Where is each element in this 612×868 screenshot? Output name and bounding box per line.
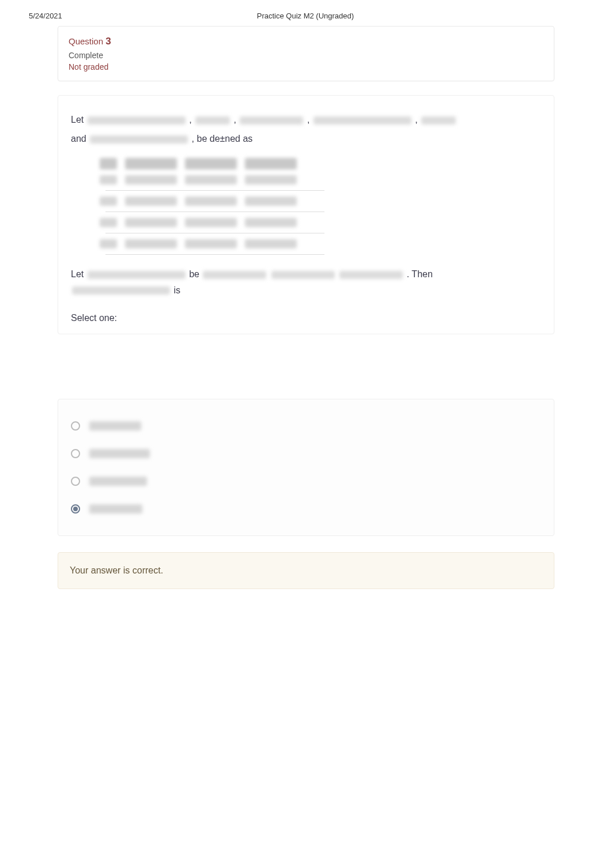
obscured-content: [313, 116, 411, 124]
comma-1: ,: [189, 115, 191, 124]
question-label-line: Question 3: [69, 36, 543, 47]
obscured-cell: [100, 218, 117, 227]
then-label: . Then: [407, 269, 433, 279]
obscured-content: [90, 135, 188, 144]
obscured-content: [88, 271, 186, 279]
question-header-card: Question 3 Complete Not graded: [58, 26, 554, 81]
obscured-content: [339, 271, 403, 279]
and-label: and: [71, 134, 86, 144]
let-label-2: Let: [71, 269, 84, 279]
option-row-b[interactable]: [71, 440, 541, 467]
obscured-cell: [125, 218, 177, 227]
obscured-table: [100, 158, 541, 255]
question-text-line-1: Let , , , ,: [71, 112, 541, 127]
question-text-line-2: and , be de±ned as: [71, 131, 541, 146]
question-status: Complete: [69, 51, 543, 60]
obscured-cell: [185, 239, 237, 248]
comma-4: ,: [415, 115, 417, 124]
obscured-cell: [125, 158, 177, 169]
question-grade: Not graded: [69, 62, 543, 71]
page-header: 5/24/2021 Practice Quiz M2 (Ungraded): [0, 0, 612, 26]
obscured-cell: [100, 175, 117, 184]
question-body-card: Let , , , , and , be de±ned as: [58, 95, 554, 334]
option-row-d[interactable]: [71, 495, 541, 523]
obscured-cell: [100, 239, 117, 248]
question-number: 3: [105, 36, 111, 47]
obscured-cell: [125, 175, 177, 184]
obscured-cell: [185, 218, 237, 227]
print-date: 5/24/2021: [29, 12, 62, 20]
radio-b[interactable]: [71, 449, 80, 458]
obscured-cell: [245, 239, 297, 248]
obscured-content: [271, 271, 335, 279]
radio-a[interactable]: [71, 421, 80, 431]
radio-c[interactable]: [71, 477, 80, 486]
is-label: is: [173, 285, 180, 295]
obscured-content: [421, 116, 456, 124]
comma-3: ,: [307, 115, 309, 124]
obscured-cell: [185, 158, 237, 169]
radio-d-selected[interactable]: [71, 504, 80, 514]
obscured-cell: [125, 197, 177, 206]
obscured-option-text: [89, 504, 142, 514]
obscured-content: [240, 116, 303, 124]
select-one-label: Select one:: [71, 313, 541, 323]
table-divider: [105, 190, 324, 191]
obscured-option-text: [89, 477, 147, 486]
table-divider: [105, 212, 324, 212]
option-row-c[interactable]: [71, 467, 541, 495]
obscured-content: [88, 116, 186, 124]
be-label: be: [189, 269, 199, 279]
table-divider: [105, 233, 324, 233]
obscured-cell: [185, 175, 237, 184]
obscured-cell: [245, 175, 297, 184]
defined-as-label: , be de±ned as: [192, 134, 253, 144]
option-row-a[interactable]: [71, 412, 541, 440]
obscured-content: [195, 116, 230, 124]
obscured-cell: [245, 197, 297, 206]
obscured-option-text: [89, 421, 141, 431]
feedback-text: Your answer is correct.: [70, 565, 163, 575]
obscured-cell: [100, 197, 117, 206]
obscured-option-text: [89, 449, 150, 458]
obscured-cell: [125, 239, 177, 248]
feedback-card: Your answer is correct.: [58, 552, 554, 589]
obscured-content: [72, 286, 170, 295]
obscured-cell: [185, 197, 237, 206]
obscured-cell: [245, 218, 297, 227]
question-label: Question: [69, 36, 103, 46]
page-title: Practice Quiz M2 (Ungraded): [62, 12, 549, 20]
comma-2: ,: [234, 115, 236, 124]
table-divider: [105, 254, 324, 255]
obscured-cell: [245, 158, 297, 169]
let-label-1: Let: [71, 115, 84, 124]
options-card: [58, 399, 554, 536]
obscured-cell: [100, 158, 117, 169]
question-text-line-3: Let be . Then: [71, 266, 541, 282]
content-area: Question 3 Complete Not graded Let , , ,…: [58, 26, 554, 589]
question-text-line-4: is: [71, 282, 541, 298]
obscured-content: [203, 271, 266, 279]
